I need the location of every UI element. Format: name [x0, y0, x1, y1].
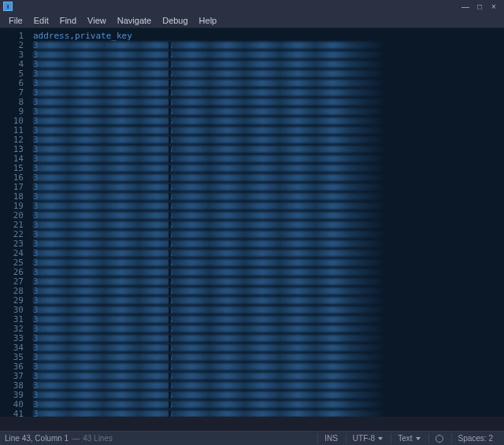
bottom-strip	[0, 417, 504, 431]
redacted-line[interactable]: 3,	[30, 343, 504, 353]
redacted-line[interactable]: 3,	[30, 164, 504, 173]
line-number: 41	[0, 410, 24, 417]
line-number-gutter: 1234567891011121314151617181920212223242…	[0, 28, 30, 417]
status-spaces-label: Spaces: 2	[458, 434, 493, 443]
redacted-line[interactable]: 3,	[30, 117, 504, 126]
redacted-line[interactable]: 3,	[30, 183, 504, 192]
code-line[interactable]: address,private_key	[30, 32, 504, 41]
status-position: Line 43, Column 1	[5, 434, 69, 443]
redacted-line[interactable]: 3,	[30, 334, 504, 343]
redacted-line[interactable]: 3,	[30, 60, 504, 69]
status-meta: 43 Lines	[83, 434, 113, 443]
redacted-line[interactable]: 3,	[30, 249, 504, 258]
redacted-line[interactable]: 3,	[30, 79, 504, 88]
status-left: Line 43, Column 1 — 43 Lines	[5, 434, 317, 443]
status-syntax[interactable]: Text	[391, 433, 426, 443]
status-insert-label: INS	[324, 434, 338, 443]
redacted-line[interactable]: 3,	[30, 296, 504, 306]
redacted-separator: ,	[169, 410, 174, 417]
redacted-line[interactable]: 3,	[30, 239, 504, 249]
redacted-line[interactable]: 3,	[30, 98, 504, 107]
redacted-line[interactable]: 3,	[30, 258, 504, 268]
status-insert-mode[interactable]: INS	[317, 433, 344, 443]
status-spaces[interactable]: Spaces: 2	[451, 433, 499, 443]
redacted-line[interactable]: 3,	[30, 324, 504, 334]
redacted-line[interactable]: 3,	[30, 107, 504, 117]
redacted-line[interactable]: 3,	[30, 211, 504, 221]
menu-file[interactable]: File	[3, 14, 28, 27]
menu-view[interactable]: View	[82, 14, 112, 27]
redacted-line[interactable]: 3,	[30, 372, 504, 381]
redacted-line[interactable]: 3,	[30, 88, 504, 98]
statusbar: Line 43, Column 1 — 43 Lines INS UTF-8 T…	[0, 431, 504, 445]
status-encoding-label: UTF-8	[353, 434, 375, 443]
maximize-button[interactable]: □	[472, 1, 487, 12]
redacted-line[interactable]: 3,	[30, 221, 504, 230]
menu-help[interactable]: Help	[194, 14, 223, 27]
redacted-line[interactable]: 3,	[30, 287, 504, 296]
menubar: File Edit Find View Navigate Debug Help	[0, 13, 504, 28]
app-icon: i	[3, 2, 13, 11]
menu-find[interactable]: Find	[54, 14, 82, 27]
menu-edit[interactable]: Edit	[28, 14, 54, 27]
close-button[interactable]: ×	[487, 1, 501, 12]
code-area[interactable]: address,private_key3,3,3,3,3,3,3,3,3,3,3…	[30, 28, 504, 417]
status-encoding[interactable]: UTF-8	[346, 433, 389, 443]
redacted-line[interactable]: 3,	[30, 126, 504, 135]
redacted-line[interactable]: 3,	[30, 173, 504, 183]
redacted-line[interactable]: 3,	[30, 230, 504, 239]
redacted-line[interactable]: 3,	[30, 135, 504, 145]
titlebar: i — □ ×	[0, 0, 504, 13]
chevron-down-icon	[378, 437, 383, 440]
redacted-prefix: 3	[33, 410, 39, 417]
redacted-line[interactable]: 3,	[30, 400, 504, 410]
redacted-line[interactable]: 3,	[30, 202, 504, 211]
redacted-line[interactable]: 3,	[30, 277, 504, 287]
redacted-line[interactable]: 3,	[30, 381, 504, 391]
editor-area[interactable]: 1234567891011121314151617181920212223242…	[0, 28, 504, 417]
chevron-down-icon	[416, 437, 421, 440]
redacted-line[interactable]: 3,	[30, 154, 504, 164]
menu-debug[interactable]: Debug	[157, 14, 193, 27]
redacted-line[interactable]: 3,	[30, 41, 504, 50]
gear-icon	[435, 435, 443, 443]
redacted-line[interactable]: 3,	[30, 50, 504, 60]
status-settings[interactable]	[428, 434, 450, 443]
status-syntax-label: Text	[398, 434, 412, 443]
redacted-line[interactable]: 3,	[30, 192, 504, 202]
redacted-line[interactable]: 3,	[30, 145, 504, 154]
redacted-line[interactable]: 3,	[30, 268, 504, 277]
status-sep: —	[72, 434, 80, 443]
redacted-line[interactable]: 3,	[30, 410, 504, 417]
redacted-line[interactable]: 3,	[30, 306, 504, 315]
status-right: INS UTF-8 Text Spaces: 2	[317, 433, 499, 443]
redacted-line[interactable]: 3,	[30, 353, 504, 362]
redacted-line[interactable]: 3,	[30, 69, 504, 79]
redacted-line[interactable]: 3,	[30, 362, 504, 372]
redacted-line[interactable]: 3,	[30, 315, 504, 324]
redacted-line[interactable]: 3,	[30, 391, 504, 400]
minimize-button[interactable]: —	[458, 1, 472, 12]
menu-navigate[interactable]: Navigate	[112, 14, 157, 27]
